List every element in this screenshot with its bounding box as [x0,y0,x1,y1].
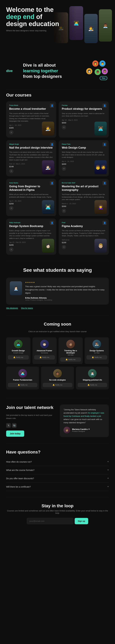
hero-subtitle: Where the best designers never stop lear… [6,30,64,32]
star-1: ★ [25,281,27,284]
course-avatar-6: 👩‍🦱 [94,200,107,214]
notify-btn-7[interactable]: 🔔 Notify me [78,383,107,387]
course-instructor-2: Fernisa [62,104,106,106]
course-desc-7: Build a design system and become a figma… [9,229,53,240]
instructor-avatar-5: 👩🏻‍💻 [18,369,27,378]
talent-section: Join our talent network Get promoted to … [0,398,115,443]
instructor-company-1: Growth Design [8,352,29,354]
course-desc-5: When all you need to get off the ground … [9,193,53,198]
instructor-card-4[interactable]: 👨🏽‍🎨 Design Systems Go Mad 🔔 Notify me [85,337,109,364]
avatar-1: 👩 [92,60,99,67]
notify-btn-6[interactable]: 🔔 Notify me [43,383,72,387]
course-badge-8: 👤 [102,221,107,225]
faq-item-1[interactable]: How often do courses run? + [6,458,109,466]
faq-title: Have questions? [6,450,109,454]
expand-btn-5[interactable]: + [9,206,13,210]
avatar-4: 👨🏾 [94,68,101,75]
instructor-name-5: Framer Fundamentals [8,379,37,381]
instructors-grid-row1: 👨🏿‍💻 Growth Design Growth Design 🔔 Notif… [6,337,109,364]
faq-item-3[interactable]: Do you offer team discounts? + [6,474,109,482]
instructor-avatar-1: 👨🏿‍💻 [14,340,23,348]
course-badge-2: 👤 [102,104,107,108]
course-avatar-7: 👩🏻 [42,239,54,253]
avatar-2: 👨 [99,60,106,67]
quote-avatar: 👩🏽 [63,427,70,434]
faq-item-2[interactable]: What are the course formats? + [6,466,109,474]
instagram-icon[interactable]: 📷 [12,423,17,428]
expand-btn-2[interactable]: + [62,125,66,130]
instructor-name-4: Design Systems [86,350,107,352]
course-title-5: Going from Beginner to Advanced in Figma [9,185,53,192]
cta-dive-for-teams[interactable]: Dive for teams [21,307,33,309]
instructor-card-6[interactable]: 👩🏾 No-code strategies 🔔 Notify me [41,366,74,390]
hero-title: Welcome to the deep end of design educat… [6,6,64,28]
course-instructor-5: Andy Banks [9,182,53,184]
course-badge-6: 👤 [102,181,107,185]
course-badge-4: 👤 [102,142,107,146]
course-badge-5: 👤 [50,181,54,185]
loop-title: Stay in the loop [6,504,109,508]
notify-btn-1[interactable]: 🔔 Notify me [8,355,29,360]
instructor-name-2: Advanced Framer [34,350,55,352]
course-card-1[interactable]: 👤 Fiona Wade Become a visual trendsetter… [6,101,56,138]
faq-expand-icon-3: + [107,477,109,480]
course-card-7[interactable]: 👤 Molly Hedmark Design System Bootcamp B… [6,218,56,255]
course-desc-3: This course is not about what every othe… [9,151,53,161]
course-card-6[interactable]: 👤 Bonnie Katie Wolf Mastering the art of… [59,179,109,216]
instructor-card-7[interactable]: 👨🏻‍💼 Shipping polished UIs 🔔 Notify me [76,366,109,390]
notify-btn-3[interactable]: 🔔 Notify me [60,358,81,362]
expand-btn-4[interactable]: + [62,166,66,171]
course-avatar-2: 👩🏽‍💻 [94,122,107,136]
star-5: ★ [33,281,35,284]
course-card-5[interactable]: 👤 Andy Banks Going from Beginner to Adva… [6,179,56,216]
coming-soon-title: Coming soon [6,322,109,326]
notify-btn-4[interactable]: 🔔 Notify me [86,355,107,360]
quote-person: 👩🏽 Mariana Candiru ✦ Product Designer [63,427,105,434]
instructor-avatar-3: 👩🏽 [66,340,75,348]
course-card-4[interactable]: 👤 Diana Patty Web Design Camp Web Design… [59,140,109,176]
instructor-company-3: Still Matt [60,354,81,356]
course-card-2[interactable]: 👤 Fernisa Product strategy for designers… [59,101,109,138]
cta-hire-designers[interactable]: Hire designers [6,307,18,309]
expand-btn-1[interactable]: + [9,130,13,134]
course-avatar-1: 👩‍🎨 [42,122,54,136]
course-card-8[interactable]: 👤 Fred Figma Academy The only course out… [59,218,109,255]
talent-title: Join our talent network [6,405,55,410]
avatar-5: 👩🏽 [101,68,108,74]
faq-section: Have questions? How often do courses run… [0,444,115,497]
faq-expand-icon-1: + [107,460,109,463]
coming-soon-subtitle: Click on an instructor to get notified w… [6,330,109,333]
twitter-icon[interactable]: 𝕏 [6,423,11,428]
expand-btn-3[interactable]: + [9,169,13,173]
faq-item-4[interactable]: Will there be a certificate? + [6,482,109,491]
testimonial-name: Erika Dullowe Alfonsia [25,297,105,299]
course-instructor-7: Molly Hedmark [9,222,53,224]
talent-left: Join our talent network Get promoted to … [6,405,55,437]
talent-desc: Get promoted to the top teams in tech an… [6,414,55,420]
instructor-card-5[interactable]: 👩🏻‍💻 Framer Fundamentals 🔔 Notify me [6,366,39,390]
email-input[interactable] [27,518,73,524]
course-title-4: Web Design Camp [62,146,106,150]
course-avatar-8: 👨🏼 [94,239,107,253]
instructor-card-2[interactable]: 👨🏻 Advanced Framer Somebody 🔔 Notify me [32,337,57,364]
notify-btn-5[interactable]: 🔔 Notify me [8,383,37,387]
course-instructor-8: Fred [62,222,106,224]
signup-button[interactable]: Sign up [75,518,88,524]
instructor-card-3[interactable]: 👩🏽 Thinking like a developer Still Matt … [58,337,83,364]
course-card-3[interactable]: 👤 Abigail Angle Nail the product design … [6,140,56,176]
course-instructor-1: Fiona Wade [9,104,53,106]
expand-btn-6[interactable]: + [62,209,66,213]
hero-photo-2: 👩‍💻 [69,6,83,40]
instructors-grid-row2: 👩🏻‍💻 Framer Fundamentals 🔔 Notify me 👩🏾 … [6,366,109,390]
course-date-2: Apr 10 - May 5, 2023 [62,119,106,121]
hero-section: Welcome to the deep end of design educat… [0,0,115,52]
instructor-card-1[interactable]: 👨🏿‍💻 Growth Design Growth Design 🔔 Notif… [6,337,31,364]
star-4: ★ [31,281,33,284]
testimonials-section: See what students are saying 👩🏻‍💼 ★ ★ ★ … [0,261,115,315]
expand-btn-7[interactable]: + [9,248,13,252]
notify-btn-2[interactable]: 🔔 Notify me [34,355,55,360]
expand-btn-8[interactable]: + [62,245,66,249]
instructor-name-6: No-code strategies [43,379,72,381]
join-today-button[interactable]: Join today [6,430,24,437]
faq-expand-icon-4: + [107,485,109,488]
